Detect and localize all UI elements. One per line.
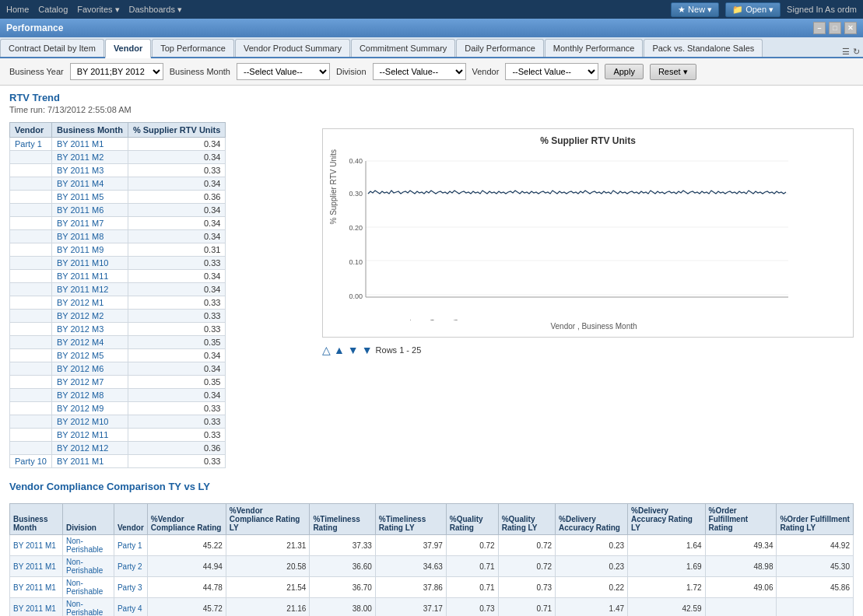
month-cell[interactable]: BY 2012 M10 <box>51 415 128 429</box>
month-cell[interactable]: BY 2011 M5 <box>51 191 128 204</box>
vendor-cell[interactable] <box>10 389 52 402</box>
vendor-cell[interactable] <box>10 429 52 442</box>
table-row: BY 2011 M7 0.34 <box>10 217 226 230</box>
vendor-cell[interactable] <box>10 270 52 283</box>
vendor-cell[interactable] <box>10 402 52 415</box>
rtv-table-panel: Vendor Business Month % Supplier RTV Uni… <box>9 122 313 468</box>
vendor-cell[interactable] <box>10 191 52 204</box>
tab-contract-detail[interactable]: Contract Detail by Item <box>0 39 104 57</box>
vendor-cell[interactable] <box>10 323 52 336</box>
comp-month[interactable]: BY 2011 M1 <box>10 535 63 556</box>
month-cell[interactable]: BY 2012 M3 <box>51 323 128 336</box>
month-cell[interactable]: BY 2011 M8 <box>51 230 128 243</box>
month-cell[interactable]: BY 2012 M5 <box>51 349 128 362</box>
month-cell[interactable]: BY 2012 M11 <box>51 429 128 442</box>
vendor-cell[interactable] <box>10 230 52 243</box>
comp-month[interactable]: BY 2011 M1 <box>10 577 63 598</box>
vendor-cell[interactable] <box>10 362 52 376</box>
comp-division[interactable]: Non-Perishable <box>63 535 114 556</box>
table-row: BY 2012 M10 0.33 <box>10 415 226 429</box>
tab-top-performance[interactable]: Top Performance <box>152 39 234 57</box>
month-cell[interactable]: BY 2011 M2 <box>51 151 128 164</box>
month-cell[interactable]: BY 2012 M4 <box>51 336 128 349</box>
vendor-cell[interactable] <box>10 336 52 349</box>
division-select[interactable]: --Select Value-- <box>373 63 466 80</box>
month-cell[interactable]: BY 2011 M3 <box>51 164 128 177</box>
comp-vendor[interactable]: Party 3 <box>114 577 147 598</box>
month-cell[interactable]: BY 2012 M1 <box>51 296 128 310</box>
month-cell[interactable]: BY 2011 M7 <box>51 217 128 230</box>
tab-daily-performance[interactable]: Daily Performance <box>456 39 543 57</box>
nav-favorites[interactable]: Favorites ▾ <box>77 5 119 15</box>
open-button[interactable]: 📁 Open ▾ <box>725 2 781 17</box>
vendor-cell[interactable] <box>10 243 52 257</box>
apply-button[interactable]: Apply <box>605 64 644 79</box>
tab-pack-standalone[interactable]: Pack vs. Standalone Sales <box>644 39 763 57</box>
month-cell[interactable]: BY 2012 M2 <box>51 310 128 323</box>
comp-month[interactable]: BY 2011 M1 <box>10 598 63 617</box>
month-cell[interactable]: BY 2011 M1 <box>51 138 128 151</box>
close-button[interactable]: ✕ <box>844 22 857 34</box>
month-cell[interactable]: BY 2011 M6 <box>51 204 128 217</box>
value-cell: 0.34 <box>128 230 225 243</box>
comp-vendor[interactable]: Party 1 <box>114 535 147 556</box>
business-year-select[interactable]: BY 2011;BY 2012 <box>70 63 163 80</box>
comp-vendor[interactable]: Party 4 <box>114 598 147 617</box>
month-cell[interactable]: BY 2012 M12 <box>51 442 128 455</box>
vendor-cell[interactable] <box>10 204 52 217</box>
tab-vendor-product-summary[interactable]: Vendor Product Summary <box>235 39 350 57</box>
month-cell[interactable]: BY 2011 M4 <box>51 177 128 191</box>
vendor-cell[interactable] <box>10 151 52 164</box>
tab-commitment-summary[interactable]: Commitment Summary <box>351 39 455 57</box>
tab-menu-icon[interactable]: ☰ <box>842 47 850 57</box>
tab-monthly-performance[interactable]: Monthly Performance <box>545 39 644 57</box>
comp-division[interactable]: Non-Perishable <box>63 598 114 617</box>
vendor-cell[interactable] <box>10 164 52 177</box>
vendor-cell[interactable] <box>10 257 52 270</box>
vendor-cell[interactable] <box>10 296 52 310</box>
comp-month[interactable]: BY 2011 M1 <box>10 556 63 577</box>
nav-catalog[interactable]: Catalog <box>38 5 68 15</box>
vendor-cell[interactable]: Party 1 <box>10 138 52 151</box>
vendor-cell[interactable] <box>10 415 52 429</box>
minimize-button[interactable]: – <box>813 22 826 34</box>
vendor-select[interactable]: --Select Value-- <box>505 63 598 80</box>
vendor-cell[interactable] <box>10 349 52 362</box>
value-cell: 0.33 <box>128 455 225 468</box>
tab-vendor[interactable]: Vendor <box>105 39 151 58</box>
vendor-cell[interactable] <box>10 442 52 455</box>
month-cell[interactable]: BY 2011 M9 <box>51 243 128 257</box>
value-cell: 0.34 <box>128 177 225 191</box>
comp-vendor[interactable]: Party 2 <box>114 556 147 577</box>
month-cell[interactable]: BY 2012 M8 <box>51 389 128 402</box>
comp-qu-ly: 0.72 <box>498 556 555 577</box>
business-month-select[interactable]: --Select Value-- <box>237 63 330 80</box>
month-cell[interactable]: BY 2011 M11 <box>51 270 128 283</box>
month-cell[interactable]: BY 2012 M6 <box>51 362 128 376</box>
first-page-icon[interactable]: △ <box>322 344 331 356</box>
nav-dashboards[interactable]: Dashboards ▾ <box>129 5 182 15</box>
new-button[interactable]: ★ New ▾ <box>671 2 719 17</box>
month-cell[interactable]: BY 2012 M7 <box>51 376 128 389</box>
comp-division[interactable]: Non-Perishable <box>63 556 114 577</box>
next-page-icon[interactable]: ▼ <box>348 344 359 356</box>
nav-home[interactable]: Home <box>6 5 29 15</box>
comp-division[interactable]: Non-Perishable <box>63 577 114 598</box>
vendor-cell[interactable] <box>10 283 52 296</box>
month-cell[interactable]: BY 2011 M1 <box>51 455 128 468</box>
vendor-cell[interactable] <box>10 177 52 191</box>
month-cell[interactable]: BY 2011 M12 <box>51 283 128 296</box>
reset-button[interactable]: Reset ▾ <box>650 64 696 80</box>
tab-refresh-icon[interactable]: ↻ <box>853 47 860 57</box>
list-item: BY 2011 M1 Non-Perishable Party 2 44.94 … <box>10 556 854 577</box>
vendor-cell[interactable]: Party 10 <box>10 455 52 468</box>
maximize-button[interactable]: □ <box>829 22 841 34</box>
prev-page-icon[interactable]: ▲ <box>334 344 345 356</box>
download-icon[interactable]: ▼ <box>362 344 373 356</box>
month-cell[interactable]: BY 2011 M10 <box>51 257 128 270</box>
vendor-cell[interactable] <box>10 217 52 230</box>
vendor-cell[interactable] <box>10 376 52 389</box>
month-cell[interactable]: BY 2012 M9 <box>51 402 128 415</box>
comp-da-ly: 1.72 <box>628 577 705 598</box>
vendor-cell[interactable] <box>10 310 52 323</box>
